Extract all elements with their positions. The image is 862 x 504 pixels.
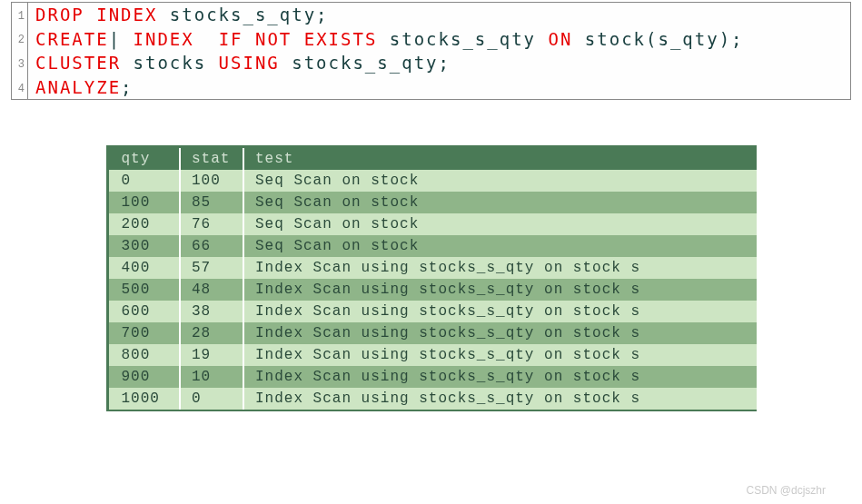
cell-test: Index Scan using stocks_s_qty on stock s: [243, 388, 757, 410]
code-content: DROP INDEX stocks_s_qty;: [28, 3, 329, 27]
cell-qty: 900: [107, 366, 180, 388]
code-line: 2CREATE| INDEX IF NOT EXISTS stocks_s_qt…: [12, 27, 850, 52]
cell-stat: 48: [180, 279, 243, 301]
cell-stat: 85: [180, 192, 243, 213]
cell-qty: 800: [107, 344, 180, 366]
cell-stat: 19: [180, 344, 243, 366]
cell-stat: 66: [180, 235, 243, 257]
sql-identifier: |: [109, 29, 134, 49]
cell-stat: 76: [180, 213, 243, 235]
code-content: CLUSTER stocks USING stocks_s_qty;: [28, 51, 451, 75]
line-number: 3: [12, 51, 28, 75]
sql-keyword: CREATE: [35, 29, 109, 49]
sql-identifier: stocks: [121, 53, 219, 73]
cell-qty: 200: [107, 213, 180, 235]
cell-stat: 28: [180, 322, 243, 344]
sql-keyword: CLUSTER: [35, 53, 121, 73]
code-content: CREATE| INDEX IF NOT EXISTS stocks_s_qty…: [28, 27, 744, 52]
cell-test: Seq Scan on stock: [243, 170, 757, 192]
table-row: 40057Index Scan using stocks_s_qty on st…: [107, 257, 757, 279]
table-row: 30066Seq Scan on stock: [107, 235, 757, 257]
cell-qty: 700: [107, 322, 180, 344]
table-header-stat: stat: [180, 147, 243, 171]
sql-keyword: DROP INDEX: [35, 5, 157, 25]
sql-keyword: IF NOT EXISTS: [219, 29, 378, 49]
cell-qty: 400: [107, 257, 180, 279]
results-table: qtystattest 0100Seq Scan on stock10085Se…: [106, 145, 757, 411]
sql-identifier: stocks_s_qty;: [157, 5, 328, 25]
sql-keyword: INDEX: [134, 29, 207, 49]
cell-qty: 1000: [107, 388, 180, 410]
table-header-qty: qty: [107, 147, 180, 171]
cell-qty: 600: [107, 301, 180, 322]
cell-stat: 10: [180, 366, 243, 388]
cell-qty: 100: [107, 192, 180, 213]
sql-code-block: 1DROP INDEX stocks_s_qty;2CREATE| INDEX …: [11, 2, 851, 100]
table-row: 90010Index Scan using stocks_s_qty on st…: [107, 366, 757, 388]
sql-identifier: [206, 29, 218, 49]
table-header-row: qtystattest: [107, 147, 757, 171]
table-row: 80019Index Scan using stocks_s_qty on st…: [107, 344, 757, 366]
cell-test: Index Scan using stocks_s_qty on stock s: [243, 257, 757, 279]
cell-stat: 57: [180, 257, 243, 279]
sql-identifier: stocks_s_qty: [377, 29, 548, 49]
cell-stat: 38: [180, 301, 243, 322]
line-number: 4: [12, 75, 28, 100]
table-row: 60038Index Scan using stocks_s_qty on st…: [107, 301, 757, 322]
cell-test: Index Scan using stocks_s_qty on stock s: [243, 366, 757, 388]
code-line: 4ANALYZE;: [12, 75, 850, 100]
code-content: ANALYZE;: [28, 75, 134, 100]
cell-test: Index Scan using stocks_s_qty on stock s: [243, 301, 757, 322]
cell-test: Index Scan using stocks_s_qty on stock s: [243, 344, 757, 366]
cell-test: Seq Scan on stock: [243, 213, 757, 235]
cell-stat: 0: [180, 388, 243, 410]
cell-test: Seq Scan on stock: [243, 235, 757, 257]
code-line: 1DROP INDEX stocks_s_qty;: [12, 3, 850, 27]
code-line: 3CLUSTER stocks USING stocks_s_qty;: [12, 51, 850, 75]
cell-test: Index Scan using stocks_s_qty on stock s: [243, 322, 757, 344]
table-row: 10085Seq Scan on stock: [107, 192, 757, 213]
line-number: 1: [12, 3, 28, 27]
table-row: 0100Seq Scan on stock: [107, 170, 757, 192]
results-table-container: qtystattest 0100Seq Scan on stock10085Se…: [106, 145, 757, 411]
sql-identifier: stock(s_qty);: [572, 29, 743, 49]
cell-qty: 0: [107, 170, 180, 192]
cell-qty: 500: [107, 279, 180, 301]
sql-identifier: stocks_s_qty;: [280, 53, 451, 73]
cell-qty: 300: [107, 235, 180, 257]
sql-keyword: USING: [219, 53, 280, 73]
cell-test: Index Scan using stocks_s_qty on stock s: [243, 279, 757, 301]
sql-identifier: ;: [121, 77, 133, 97]
table-row: 10000Index Scan using stocks_s_qty on st…: [107, 388, 757, 410]
table-header-test: test: [243, 147, 757, 171]
cell-test: Seq Scan on stock: [243, 192, 757, 213]
table-row: 50048Index Scan using stocks_s_qty on st…: [107, 279, 757, 301]
sql-keyword: ON: [549, 29, 573, 49]
line-number: 2: [12, 27, 28, 52]
sql-keyword: ANALYZE: [35, 77, 121, 97]
table-row: 70028Index Scan using stocks_s_qty on st…: [107, 322, 757, 344]
watermark-text: CSDN @dcjszhr: [746, 484, 826, 497]
table-row: 20076Seq Scan on stock: [107, 213, 757, 235]
cell-stat: 100: [180, 170, 243, 192]
